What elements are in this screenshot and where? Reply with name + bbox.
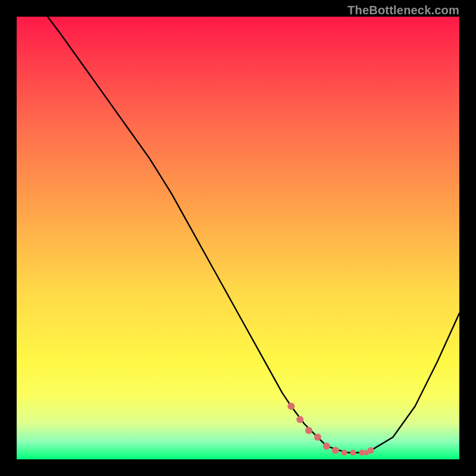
optimal-range-marker xyxy=(314,434,321,441)
bottleneck-curve xyxy=(48,17,459,453)
optimal-range-marker xyxy=(323,443,330,450)
optimal-range-marker xyxy=(342,450,347,456)
optimal-range-marker xyxy=(368,447,374,454)
optimal-range-marker xyxy=(350,450,356,456)
optimal-range-marker xyxy=(305,427,312,434)
optimal-range-marker xyxy=(332,447,339,454)
optimal-range-marker xyxy=(287,403,295,410)
chart-svg xyxy=(17,17,459,459)
watermark-label: TheBottleneck.com xyxy=(347,4,459,17)
optimal-range-marker xyxy=(296,416,303,423)
